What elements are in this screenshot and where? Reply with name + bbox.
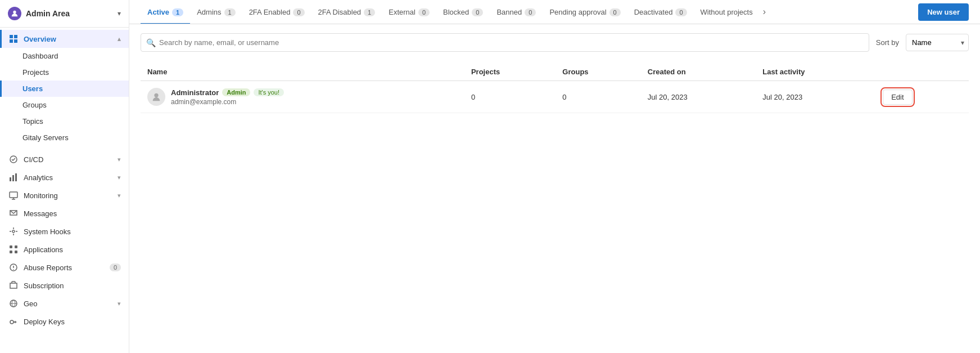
user-name-row: Administrator Admin It's you! [171,88,284,97]
svg-rect-13 [10,251,12,253]
abuse-reports-count: 0 [110,263,121,271]
sort-select[interactable]: Name Created date Last activity [906,34,969,51]
cicd-icon [8,155,19,164]
user-projects: 0 [464,81,556,113]
system-hooks-icon [8,227,19,236]
tab-blocked[interactable]: Blocked 0 [436,0,490,24]
col-groups: Groups [556,63,640,81]
edit-button[interactable]: Edit [883,90,912,105]
sidebar-item-geo[interactable]: Geo ▾ [0,294,129,312]
sidebar-item-users[interactable]: Users [0,81,129,97]
tab-external[interactable]: External 0 [382,0,436,24]
user-actions: Edit [876,81,969,113]
svg-rect-4 [14,39,17,43]
sidebar-item-system-hooks[interactable]: System Hooks [0,222,129,240]
table-header-row: Name Projects Groups Created on Last act… [141,63,969,81]
admin-area-icon [8,7,21,20]
overview-label: Overview [24,35,118,43]
analytics-chevron-icon: ▾ [118,174,121,181]
sidebar-item-topics[interactable]: Topics [0,113,129,129]
user-created-on: Jul 20, 2023 [641,81,756,113]
search-wrapper: 🔍 [141,33,869,52]
admin-area-title: Admin Area [26,9,118,18]
sidebar-item-projects[interactable]: Projects [0,64,129,81]
sidebar-item-deploy-keys[interactable]: Deploy Keys [0,312,129,330]
user-last-activity: Jul 20, 2023 [756,81,876,113]
svg-rect-8 [15,173,17,181]
svg-rect-14 [15,251,17,253]
cicd-chevron-icon: ▾ [118,156,121,163]
tab-2fa-disabled-count: 1 [364,8,375,16]
geo-icon [8,299,19,308]
svg-rect-6 [10,177,11,181]
sidebar-item-dashboard[interactable]: Dashboard [0,48,129,64]
svg-rect-11 [10,245,12,248]
sidebar-item-abuse-reports[interactable]: Abuse Reports 0 [0,258,129,276]
tab-2fa-enabled[interactable]: 2FA Enabled 0 [242,0,311,24]
sidebar-item-cicd[interactable]: CI/CD ▾ [0,150,129,168]
tabs-more-icon[interactable]: › [760,2,769,21]
user-email: admin@example.com [171,98,284,106]
sidebar-item-applications[interactable]: Applications [0,240,129,258]
sidebar-item-gitaly[interactable]: Gitaly Servers [0,129,129,146]
user-name: Administrator [171,88,219,97]
svg-rect-3 [10,39,13,43]
tab-active[interactable]: Active 1 [141,0,190,24]
applications-icon [8,245,19,254]
search-icon: 🔍 [146,38,156,47]
new-user-button[interactable]: New user [918,3,969,21]
svg-point-17 [10,320,13,324]
tab-pending-count: 0 [609,8,621,16]
sidebar-item-overview[interactable]: Overview ▴ [0,30,129,48]
svg-rect-7 [12,175,14,181]
overview-icon [8,34,19,43]
col-created-on: Created on [641,63,756,81]
sidebar-item-monitoring[interactable]: Monitoring ▾ [0,186,129,204]
tab-deactivated[interactable]: Deactivated 0 [627,0,694,24]
user-info: Administrator Admin It's you! admin@exam… [147,88,458,106]
users-table: Name Projects Groups Created on Last act… [141,63,969,113]
tab-2fa-disabled[interactable]: 2FA Disabled 1 [311,0,382,24]
sidebar-item-analytics[interactable]: Analytics ▾ [0,168,129,186]
main-content: Active 1 Admins 1 2FA Enabled 0 2FA Disa… [129,0,980,353]
abuse-reports-icon [8,263,19,272]
sidebar-item-messages[interactable]: Messages [0,204,129,222]
subscription-icon [8,281,19,290]
sort-label: Sort by [876,38,899,47]
search-input[interactable] [141,33,869,52]
tab-banned[interactable]: Banned 0 [490,0,543,24]
badge-itsyou: It's you! [254,88,284,96]
table-row: Administrator Admin It's you! admin@exam… [141,81,969,113]
tab-banned-count: 0 [525,8,536,16]
svg-point-0 [13,11,16,14]
tab-pending-approval[interactable]: Pending approval 0 [543,0,627,24]
monitoring-icon [8,191,19,200]
svg-point-10 [12,230,15,233]
sidebar: Admin Area ▾ Overview ▴ Dashboard Projec… [0,0,129,353]
search-sort-bar: 🔍 Sort by Name Created date Last activit… [141,33,969,52]
svg-rect-1 [10,35,13,38]
messages-icon [8,209,19,218]
col-name: Name [141,63,464,81]
tabs-bar: Active 1 Admins 1 2FA Enabled 0 2FA Disa… [129,0,980,24]
tab-admins-count: 1 [224,8,236,16]
sidebar-item-subscription[interactable]: Subscription [0,276,129,294]
col-projects: Projects [464,63,556,81]
svg-point-18 [154,93,158,97]
tab-active-count: 1 [172,8,183,16]
col-last-activity: Last activity [756,63,876,81]
analytics-icon [8,173,19,182]
sidebar-item-groups[interactable]: Groups [0,97,129,113]
tab-admins[interactable]: Admins 1 [190,0,242,24]
col-actions [876,63,969,81]
svg-rect-9 [10,192,17,198]
tab-deactivated-count: 0 [675,8,687,16]
chevron-down-icon: ▾ [118,10,121,17]
tab-without-projects[interactable]: Without projects [694,0,760,24]
tab-external-count: 0 [418,8,430,16]
avatar [147,88,165,106]
badge-admin: Admin [222,88,250,96]
user-details: Administrator Admin It's you! admin@exam… [171,88,284,106]
overview-section: Overview ▴ Dashboard Projects Users Grou… [0,28,129,148]
admin-area-header[interactable]: Admin Area ▾ [0,0,129,28]
